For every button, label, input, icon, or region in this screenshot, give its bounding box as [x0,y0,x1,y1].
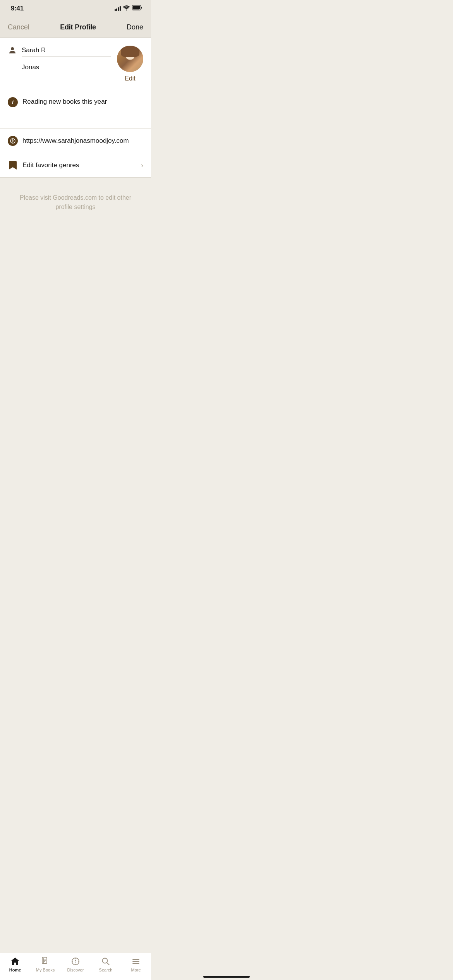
website-field[interactable]: https://www.sarahjonasmoodjoy.com [22,137,129,145]
hint-section: Please visit Goodreads.com to edit other… [0,178,151,227]
hint-text: Please visit Goodreads.com to edit other… [12,193,139,212]
tab-spacer [0,227,151,262]
last-name-value: Jonas [22,63,39,71]
avatar-image [117,46,143,72]
signal-icon [115,6,121,11]
avatar [117,46,143,72]
first-name-field[interactable]: Sarah R [22,46,111,57]
svg-point-2 [11,47,14,50]
bio-field[interactable]: Reading new books this year [22,97,107,106]
page-title: Edit Profile [60,23,96,31]
chevron-right-icon: › [141,161,143,170]
status-bar: 9:41 [0,0,151,17]
done-button[interactable]: Done [127,23,143,31]
cancel-button[interactable]: Cancel [8,23,29,31]
profile-section: Sarah R Jonas Edit [0,38,151,90]
genres-section[interactable]: Edit favorite genres › [0,153,151,178]
website-section: https://www.sarahjonasmoodjoy.com [0,129,151,153]
first-name-value: Sarah R [22,46,46,54]
bookmark-icon [8,160,18,170]
nav-bar: Cancel Edit Profile Done [0,17,151,38]
compass-icon [8,136,18,146]
status-time: 9:41 [11,5,24,12]
edit-photo-button[interactable]: Edit [125,75,136,82]
person-icon [8,46,17,57]
content-area: Sarah R Jonas Edit i Reading new books t… [0,38,151,262]
last-name-row: Jonas [8,63,111,71]
wifi-icon [123,5,130,12]
profile-photo-section: Edit [117,46,143,82]
info-icon: i [8,97,18,107]
battery-icon [132,5,142,12]
bio-section: i Reading new books this year [0,90,151,129]
genres-label: Edit favorite genres [22,161,136,169]
svg-rect-1 [133,6,140,10]
first-name-row: Sarah R [8,46,111,57]
status-icons [115,5,143,12]
profile-name-fields: Sarah R Jonas [8,46,111,71]
